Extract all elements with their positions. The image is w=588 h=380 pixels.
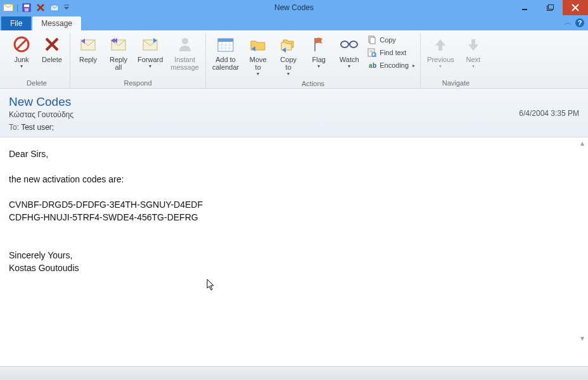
quick-access-toolbar: | <box>0 2 70 13</box>
flag-button[interactable]: Flag ▾ <box>305 33 333 71</box>
to-label: To: <box>9 123 19 132</box>
status-bar <box>0 366 588 380</box>
message-header: New Codes Κώστας Γουτούδης 6/4/2004 3:35… <box>0 89 588 137</box>
svg-text:b: b <box>373 62 376 69</box>
delete-icon <box>42 34 62 54</box>
svg-point-31 <box>350 41 357 48</box>
flag-label: Flag <box>312 56 325 63</box>
add-to-calendar-label: Add to calendar <box>212 56 239 71</box>
svg-rect-3 <box>25 8 29 11</box>
svg-line-15 <box>16 39 27 49</box>
titlebar: | New Codes <box>0 0 588 15</box>
tab-file[interactable]: File <box>1 16 31 30</box>
chevron-right-icon: ▸ <box>412 63 415 68</box>
reply-all-icon <box>108 34 129 54</box>
flag-icon <box>309 34 329 54</box>
watch-label: Watch <box>340 56 359 63</box>
message-subject: New Codes <box>9 95 579 109</box>
delete-label: Delete <box>42 56 62 63</box>
message-to-row: To: Test user; <box>9 123 579 132</box>
copy-button[interactable]: Copy <box>366 34 416 46</box>
find-text-icon <box>367 48 377 58</box>
body-line: Kostas Goutoudis <box>9 262 579 274</box>
group-actions-label: Actions <box>302 79 324 89</box>
reply-all-button[interactable]: Reply all <box>105 33 132 72</box>
help-icon[interactable]: ? <box>575 18 584 27</box>
junk-button[interactable]: Junk ▾ <box>8 33 35 71</box>
message-date: 6/4/2004 3:35 PM <box>519 109 579 118</box>
body-line: Sincerely Yours, <box>9 249 579 262</box>
scroll-down-icon[interactable]: ▾ <box>578 334 587 343</box>
svg-rect-33 <box>370 37 375 44</box>
reply-button[interactable]: Reply <box>74 33 102 65</box>
qat-dropdown-icon[interactable] <box>63 2 70 13</box>
next-button[interactable]: Next ▾ <box>459 33 487 71</box>
mail-reply-icon[interactable] <box>49 2 60 13</box>
separator: | <box>16 3 18 12</box>
glasses-icon <box>339 34 359 54</box>
minimize-button[interactable] <box>512 0 537 15</box>
body-line: Dear Sirs, <box>9 148 579 160</box>
window-controls <box>512 0 588 15</box>
previous-label: Previous <box>427 56 454 63</box>
encoding-icon: ab <box>367 60 377 70</box>
copy-to-button[interactable]: Copy to ▾ <box>274 33 302 79</box>
collapse-ribbon-icon[interactable]: ︿ <box>565 18 572 27</box>
chevron-down-icon: ▾ <box>149 63 151 70</box>
svg-point-21 <box>182 38 188 44</box>
copy-icon <box>367 35 377 45</box>
svg-rect-2 <box>24 4 29 7</box>
junk-icon <box>11 34 32 54</box>
add-to-calendar-button[interactable]: Add to calendar <box>210 33 241 72</box>
forward-button[interactable]: Forward ▾ <box>135 33 165 71</box>
body-line: CVNBF-DRGD5-DFDFG-3E4TH-SGNUY-D4EDF <box>9 198 579 211</box>
scroll-up-icon[interactable]: ▴ <box>578 139 587 148</box>
envelope-icon[interactable] <box>3 2 14 13</box>
to-value: Test user; <box>21 123 54 132</box>
group-respond-label: Respond <box>124 78 151 88</box>
group-navigate-label: Navigate <box>442 78 470 88</box>
reply-all-label: Reply all <box>110 56 127 71</box>
move-to-button[interactable]: Move to ▾ <box>244 33 272 79</box>
folder-move-icon <box>248 34 268 54</box>
calendar-icon <box>215 34 236 54</box>
find-text-button[interactable]: Find text <box>366 47 416 58</box>
chevron-down-icon: ▾ <box>20 63 23 70</box>
svg-line-38 <box>375 56 376 57</box>
svg-point-30 <box>341 41 348 48</box>
save-icon[interactable] <box>21 2 32 13</box>
find-text-label: Find text <box>380 49 406 56</box>
forward-label: Forward <box>137 56 163 63</box>
tabs-right-controls: ︿ ? <box>565 18 584 27</box>
window-title: New Codes <box>0 3 588 12</box>
reply-label: Reply <box>79 56 97 63</box>
svg-marker-8 <box>64 7 69 10</box>
svg-rect-23 <box>218 39 233 42</box>
chevron-down-icon: ▾ <box>257 71 259 77</box>
delete-button[interactable]: Delete <box>38 33 66 65</box>
chevron-down-icon: ▾ <box>348 63 350 70</box>
reply-icon <box>78 34 98 54</box>
copy-to-label: Copy to <box>280 56 297 71</box>
delete-x-icon[interactable] <box>35 2 46 13</box>
instant-message-button[interactable]: Instant message <box>168 33 201 72</box>
previous-button[interactable]: Previous ▾ <box>425 33 457 71</box>
svg-rect-11 <box>548 5 553 10</box>
tab-message[interactable]: Message <box>32 16 81 30</box>
chevron-down-icon: ▾ <box>439 63 442 70</box>
body-line: the new activation codes are: <box>9 173 579 186</box>
folder-copy-icon <box>278 34 298 54</box>
encoding-button[interactable]: ab Encoding ▸ <box>366 60 416 71</box>
group-delete-label: Delete <box>27 78 47 88</box>
group-navigate: Previous ▾ Next ▾ Navigate <box>421 33 491 88</box>
message-body[interactable]: ▴ Dear Sirs, the new activation codes ar… <box>0 137 588 362</box>
person-icon <box>175 34 195 54</box>
body-line: CDFHG-HNUJI-5TRF4-SWDE4-456TG-DEFRG <box>9 211 579 224</box>
watch-button[interactable]: Watch ▾ <box>335 33 363 71</box>
message-from: Κώστας Γουτούδης <box>9 110 579 119</box>
close-button[interactable] <box>563 0 588 15</box>
copy-label: Copy <box>380 36 396 44</box>
encoding-label: Encoding <box>380 61 409 69</box>
maximize-button[interactable] <box>537 0 563 15</box>
group-delete: Junk ▾ Delete Delete <box>4 33 70 88</box>
